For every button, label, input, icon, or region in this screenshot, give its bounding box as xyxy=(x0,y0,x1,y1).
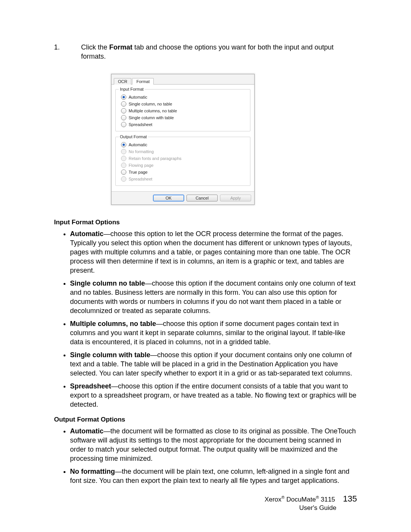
apply-button: Apply xyxy=(220,195,251,201)
cancel-button[interactable]: Cancel xyxy=(186,195,218,201)
radio-icon xyxy=(121,122,126,127)
radio-label: Automatic xyxy=(129,142,147,147)
tab-ocr[interactable]: OCR xyxy=(114,78,131,85)
input-format-options-heading: Input Format Options xyxy=(54,219,357,226)
radio-label: Spreadsheet xyxy=(129,122,152,127)
radio-icon xyxy=(121,101,126,107)
input-opt-single-no-table[interactable]: Single column, no table xyxy=(119,101,247,107)
radio-icon xyxy=(121,156,126,161)
term: Spreadsheet xyxy=(70,382,111,390)
radio-label: Automatic xyxy=(129,95,147,99)
term: Automatic xyxy=(70,230,104,238)
radio-icon xyxy=(121,176,126,182)
output-format-list: Automatic—the document will be formatted… xyxy=(54,426,357,488)
term: Single column no table xyxy=(70,280,145,287)
radio-icon xyxy=(121,94,126,100)
output-opt-true-page[interactable]: True page xyxy=(119,169,247,176)
list-item: Spreadsheet—choose this option if the en… xyxy=(70,381,357,412)
definition: —the document will be formatted as close… xyxy=(70,427,356,462)
input-format-list: Automatic—choose this option to let the … xyxy=(54,228,357,412)
radio-label: Multiple columns, no table xyxy=(129,109,177,113)
step-text-before: Click the xyxy=(81,43,109,51)
input-format-legend: Input Format xyxy=(119,87,145,91)
step-1: 1. Click the Format tab and choose the o… xyxy=(54,43,357,61)
step-text: Click the Format tab and choose the opti… xyxy=(81,43,355,61)
output-opt-automatic[interactable]: Automatic xyxy=(119,141,247,148)
radio-icon xyxy=(121,115,126,120)
definition: —choose this option if the entire docume… xyxy=(70,382,356,408)
radio-icon xyxy=(121,149,126,154)
input-opt-multiple-no-table[interactable]: Multiple columns, no table xyxy=(119,107,247,114)
radio-label: Single column, no table xyxy=(129,102,172,106)
step-number: 1. xyxy=(54,43,79,52)
dialog-tabs: OCR Format xyxy=(112,74,254,84)
list-item: Automatic—the document will be formatted… xyxy=(70,426,357,466)
input-opt-spreadsheet[interactable]: Spreadsheet xyxy=(119,121,247,128)
radio-label: Spreadsheet xyxy=(129,177,152,181)
output-opt-retain-fonts: Retain fonts and paragraphs xyxy=(119,155,247,162)
term: Multiple columns, no table xyxy=(70,320,156,328)
ocr-format-dialog: OCR Format Input Format Automatic Single… xyxy=(111,74,255,205)
dialog-buttons: OK Cancel Apply xyxy=(112,191,254,204)
registered-icon: ® xyxy=(282,495,285,500)
footer-text: Xerox xyxy=(264,496,281,503)
guide-name: User's Guide xyxy=(264,504,336,512)
page-footer: Xerox® DocuMate® 3115 135 User's Guide xyxy=(264,493,357,512)
output-format-options-heading: Output Format Options xyxy=(54,416,357,423)
term: Automatic xyxy=(70,427,104,435)
output-format-group: Output Format Automatic No formatting Re… xyxy=(115,134,250,186)
term: Single column with table xyxy=(70,351,150,359)
output-opt-flowing-page: Flowing page xyxy=(119,162,247,169)
radio-label: Single column with table xyxy=(129,115,174,120)
list-item: Single column no table—choose this optio… xyxy=(70,278,357,318)
input-opt-automatic[interactable]: Automatic xyxy=(119,94,247,101)
radio-label: No formatting xyxy=(129,149,154,154)
ok-button[interactable]: OK xyxy=(153,195,184,201)
dialog-body: Input Format Automatic Single column, no… xyxy=(112,84,254,191)
definition: —choose this option to let the OCR proce… xyxy=(70,230,352,274)
radio-icon xyxy=(121,163,126,168)
registered-icon: ® xyxy=(316,495,319,500)
radio-icon xyxy=(121,142,126,147)
product-name: Xerox® DocuMate® 3115 135 xyxy=(264,493,357,504)
footer-text: DocuMate xyxy=(285,496,316,503)
input-opt-single-with-table[interactable]: Single column with table xyxy=(119,114,247,121)
page-number: 135 xyxy=(343,495,357,503)
tab-format[interactable]: Format xyxy=(132,78,154,85)
list-item: Single column with table—choose this opt… xyxy=(70,350,357,381)
document-page: 1. Click the Format tab and choose the o… xyxy=(0,0,411,532)
list-item: Automatic—choose this option to let the … xyxy=(70,228,357,278)
input-format-group: Input Format Automatic Single column, no… xyxy=(115,87,250,131)
step-text-bold: Format xyxy=(109,43,132,51)
radio-label: True page xyxy=(129,170,148,174)
radio-label: Retain fonts and paragraphs xyxy=(129,156,182,161)
radio-label: Flowing page xyxy=(129,163,153,168)
output-format-legend: Output Format xyxy=(119,134,148,139)
footer-text: 3115 xyxy=(319,496,335,503)
list-item: Multiple columns, no table—choose this o… xyxy=(70,318,357,350)
list-item: No formatting—the document will be plain… xyxy=(70,466,357,488)
output-opt-no-formatting: No formatting xyxy=(119,148,247,155)
radio-icon xyxy=(121,108,126,113)
term: No formatting xyxy=(70,468,115,475)
output-opt-spreadsheet: Spreadsheet xyxy=(119,176,247,182)
radio-icon xyxy=(121,169,126,175)
